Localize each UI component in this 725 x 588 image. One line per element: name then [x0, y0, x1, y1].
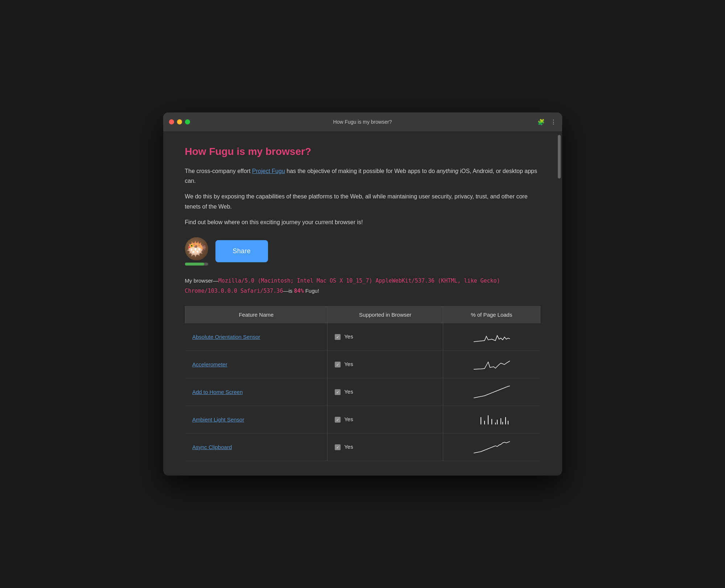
col-header-supported: Supported in Browser	[328, 306, 443, 323]
browser-info-pre: My browser—	[185, 277, 219, 284]
feature-name-absolute-orientation[interactable]: Absolute Orientation Sensor	[185, 323, 328, 350]
window-title: How Fugu is my browser?	[333, 119, 392, 125]
col-header-feature: Feature Name	[185, 306, 328, 323]
intro-paragraph-1: The cross-company effort Project Fugu ha…	[185, 166, 540, 186]
titlebar-actions: 🧩 ⋮	[537, 119, 556, 126]
browser-fugu-pct: 84%	[294, 288, 304, 294]
table-row: Add to Home Screen ✓ Yes	[185, 378, 540, 406]
supported-label: Yes	[344, 416, 353, 422]
fugu-image	[185, 237, 208, 260]
intro1-post-text: has the objective of making it possible …	[285, 168, 437, 174]
supported-label: Yes	[344, 388, 353, 395]
share-button[interactable]: Share	[215, 240, 268, 262]
feature-name-async-clipboard[interactable]: Async Clipboard	[185, 433, 328, 461]
sparkline-add-to-home-screen	[443, 378, 540, 406]
feature-name-ambient-light-sensor[interactable]: Ambient Light Sensor	[185, 406, 328, 433]
minimize-button[interactable]	[177, 119, 182, 124]
intro1-pre-text: The cross-company effort	[185, 168, 252, 174]
sparkline-absolute-orientation	[443, 323, 540, 350]
col-header-pageloads: % of Page Loads	[443, 306, 540, 323]
checkbox-checked-icon: ✓	[335, 362, 341, 367]
browser-useragent: Mozilla/5.0 (Macintosh; Intel Mac OS X 1…	[185, 277, 500, 294]
supported-cell-async-clipboard: ✓ Yes	[328, 433, 443, 461]
scrollbar[interactable]	[558, 131, 561, 476]
hero-row: Share	[185, 237, 540, 266]
sparkline-svg	[474, 357, 510, 371]
supported-cell-accelerometer: ✓ Yes	[328, 350, 443, 378]
sparkline-svg	[474, 384, 510, 399]
supported-cell-add-to-home-screen: ✓ Yes	[328, 378, 443, 406]
supported-cell-absolute-orientation: ✓ Yes	[328, 323, 443, 350]
maximize-button[interactable]	[185, 119, 190, 124]
feature-table: Feature Name Supported in Browser % of P…	[185, 306, 540, 461]
sparkline-accelerometer	[443, 350, 540, 378]
intro1-em-text: anything	[437, 168, 459, 174]
close-button[interactable]	[169, 119, 174, 124]
checkbox-checked-icon: ✓	[335, 389, 341, 395]
fugu-progress-bar	[185, 263, 208, 266]
table-row: Async Clipboard ✓ Yes	[185, 433, 540, 461]
sparkline-svg	[474, 412, 510, 426]
sparkline-async-clipboard	[443, 433, 540, 461]
menu-icon[interactable]: ⋮	[551, 119, 556, 126]
sparkline-svg	[474, 439, 510, 454]
titlebar: How Fugu is my browser? 🧩 ⋮	[163, 112, 562, 131]
supported-label: Yes	[344, 333, 353, 340]
supported-label: Yes	[344, 444, 353, 450]
scrollbar-thumb[interactable]	[558, 135, 561, 178]
traffic-lights	[169, 119, 190, 124]
browser-window: How Fugu is my browser? 🧩 ⋮ How Fugu is …	[163, 112, 562, 476]
supported-label: Yes	[344, 361, 353, 367]
sparkline-svg	[474, 329, 510, 344]
checkbox-checked-icon: ✓	[335, 417, 341, 423]
feature-name-add-to-home-screen[interactable]: Add to Home Screen	[185, 378, 328, 406]
browser-info-post: Fugu!	[304, 288, 320, 294]
page-title: How Fugu is my browser?	[185, 146, 540, 157]
supported-cell-ambient-light-sensor: ✓ Yes	[328, 406, 443, 433]
sparkline-ambient-light-sensor	[443, 406, 540, 433]
table-row: Accelerometer ✓ Yes	[185, 350, 540, 378]
table-row: Absolute Orientation Sensor ✓ Yes	[185, 323, 540, 350]
browser-info-mid: —is	[283, 288, 294, 294]
project-fugu-link[interactable]: Project Fugu	[252, 168, 285, 174]
table-row: Ambient Light Sensor ✓ Yes	[185, 406, 540, 433]
checkbox-checked-icon: ✓	[335, 334, 341, 340]
table-header-row: Feature Name Supported in Browser % of P…	[185, 306, 540, 323]
feature-name-accelerometer[interactable]: Accelerometer	[185, 350, 328, 378]
main-content: How Fugu is my browser? The cross-compan…	[163, 131, 562, 476]
browser-info: My browser—Mozilla/5.0 (Macintosh; Intel…	[185, 276, 540, 296]
puzzle-icon[interactable]: 🧩	[537, 119, 545, 126]
fugu-progress-fill	[185, 263, 205, 266]
intro-paragraph-3: Find out below where on this exciting jo…	[185, 217, 540, 227]
intro-paragraph-2: We do this by exposing the capabilities …	[185, 192, 540, 211]
fugu-mascot	[185, 237, 208, 266]
checkbox-checked-icon: ✓	[335, 444, 341, 450]
